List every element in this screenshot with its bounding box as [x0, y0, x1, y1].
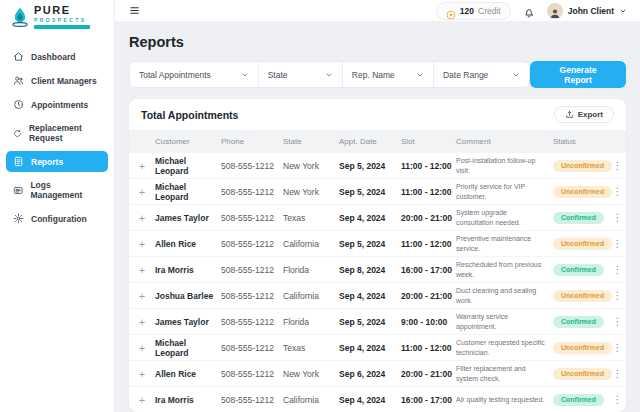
cell-state: New York: [283, 369, 339, 379]
export-button[interactable]: Export: [554, 106, 614, 123]
cell-phone: 508-555-1212: [221, 265, 283, 275]
table-body: + Michael Leopard 508-555-1212 New York …: [129, 152, 626, 412]
cell-state: Florida: [283, 317, 339, 327]
expand-row-icon[interactable]: +: [129, 368, 155, 380]
cell-phone: 508-555-1212: [221, 317, 283, 327]
status-badge: Confirmed: [553, 316, 604, 328]
cell-comment: Warranty service appointment.: [456, 312, 553, 330]
filter-row: Total AppointmentsStateRep. NameDate Ran…: [129, 61, 626, 88]
filter-dropdown-rep-name[interactable]: Rep. Name: [343, 62, 434, 87]
column-header-comment: Comment: [456, 137, 553, 146]
column-header-status: Status: [553, 137, 609, 146]
cell-customer: Ira Morris: [155, 265, 221, 275]
expand-row-icon[interactable]: +: [129, 316, 155, 328]
row-menu-icon[interactable]: ⋮: [609, 160, 626, 171]
sidebar-item-configuration[interactable]: Configuration: [6, 208, 108, 229]
sidebar-item-appointments[interactable]: Appointments: [6, 94, 108, 115]
cell-appt-date: Sep 4, 2024: [339, 395, 401, 405]
expand-row-icon[interactable]: +: [129, 290, 155, 302]
filter-bar: Total AppointmentsStateRep. NameDate Ran…: [129, 61, 530, 88]
refresh-icon: [13, 128, 22, 139]
row-menu-icon[interactable]: ⋮: [609, 368, 626, 379]
notifications-bell-icon[interactable]: [523, 5, 535, 17]
sidebar-item-logs-management[interactable]: Logs Management: [6, 175, 108, 205]
expand-row-icon[interactable]: +: [129, 186, 155, 198]
table-row: + Joshua Barlee 508-555-1212 California …: [129, 282, 626, 308]
clock-icon: [13, 99, 24, 110]
row-menu-icon[interactable]: ⋮: [609, 290, 626, 301]
status-badge: Unconfirmed: [553, 160, 612, 172]
cell-comment: Air quality testing requested.: [456, 395, 553, 404]
sidebar-item-client-managers[interactable]: Client Managers: [6, 70, 108, 91]
expand-row-icon[interactable]: +: [129, 238, 155, 250]
credit-badge[interactable]: 120 Credit: [436, 2, 511, 20]
row-menu-icon[interactable]: ⋮: [609, 186, 626, 197]
generate-report-button[interactable]: Generate Report: [530, 61, 626, 88]
row-menu-icon[interactable]: ⋮: [609, 238, 626, 249]
hamburger-menu-icon[interactable]: [128, 5, 141, 16]
cell-customer: Michael Leopard: [155, 182, 221, 202]
top-bar: 120 Credit John Client: [115, 0, 640, 22]
sidebar-item-replacement-request[interactable]: Replacement Request: [6, 118, 108, 148]
status-badge: Unconfirmed: [553, 342, 612, 354]
app-window: PURE PROSPECTS Dashboard Client Managers…: [0, 0, 640, 412]
coin-icon: [446, 6, 456, 16]
sidebar-item-label: Replacement Request: [29, 123, 101, 143]
expand-row-icon[interactable]: +: [129, 264, 155, 276]
sidebar: PURE PROSPECTS Dashboard Client Managers…: [0, 0, 115, 412]
column-header-slot: Slot: [401, 137, 456, 146]
cell-appt-date: Sep 4, 2024: [339, 343, 401, 353]
cell-slot: 11:00 - 12:00: [401, 187, 456, 197]
cell-phone: 508-555-1212: [221, 343, 283, 353]
column-header-state: State: [283, 137, 339, 146]
filter-dropdown-date-range[interactable]: Date Range: [434, 62, 529, 87]
expand-row-icon[interactable]: +: [129, 342, 155, 354]
row-menu-icon[interactable]: ⋮: [609, 394, 626, 405]
cell-slot: 9:00 - 10:00: [401, 317, 456, 327]
filter-dropdown-total-appointments[interactable]: Total Appointments: [130, 62, 259, 87]
brand-name: PURE: [34, 5, 90, 17]
credit-label: Credit: [478, 6, 501, 16]
cell-state: California: [283, 395, 339, 405]
cell-customer: Michael Leopard: [155, 338, 221, 358]
cell-appt-date: Sep 4, 2024: [339, 291, 401, 301]
expand-row-icon[interactable]: +: [129, 212, 155, 224]
sidebar-nav: Dashboard Client Managers Appointments R…: [0, 36, 114, 239]
row-menu-icon[interactable]: ⋮: [609, 264, 626, 275]
row-menu-icon[interactable]: ⋮: [609, 316, 626, 327]
filter-dropdown-state[interactable]: State: [259, 62, 343, 87]
expand-row-icon[interactable]: +: [129, 160, 155, 172]
column-header-appt-date: Appt. Date: [339, 137, 401, 146]
cell-phone: 508-555-1212: [221, 213, 283, 223]
chevron-down-icon: [619, 7, 627, 15]
sidebar-item-reports[interactable]: Reports: [6, 151, 108, 172]
brand-tagline-bar: [34, 25, 90, 29]
brand-logo: PURE PROSPECTS: [0, 0, 114, 36]
cell-appt-date: Sep 5, 2024: [339, 187, 401, 197]
cell-comment: Post-installation follow-up visit.: [456, 156, 553, 174]
table-header-row: CustomerPhoneStateAppt. DateSlotCommentS…: [129, 130, 626, 152]
cell-phone: 508-555-1212: [221, 187, 283, 197]
cell-state: New York: [283, 187, 339, 197]
main-content: Reports Total AppointmentsStateRep. Name…: [115, 22, 640, 412]
expand-row-icon[interactable]: +: [129, 394, 155, 406]
cell-phone: 508-555-1212: [221, 291, 283, 301]
chevron-down-icon: [416, 71, 424, 79]
users-icon: [13, 75, 24, 86]
card-title: Total Appointments: [141, 109, 238, 121]
row-menu-icon[interactable]: ⋮: [609, 212, 626, 223]
table-row: + Michael Leopard 508-555-1212 Texas Sep…: [129, 334, 626, 360]
cell-phone: 508-555-1212: [221, 369, 283, 379]
cell-comment: Duct cleaning and sealing work.: [456, 286, 553, 304]
cell-comment: System upgrade consultation needed.: [456, 208, 553, 226]
cell-slot: 20:00 - 21:00: [401, 369, 456, 379]
cell-customer: Allen Rice: [155, 239, 221, 249]
user-menu[interactable]: John Client: [547, 3, 627, 19]
cell-customer: Allen Rice: [155, 369, 221, 379]
sidebar-item-dashboard[interactable]: Dashboard: [6, 46, 108, 67]
cell-slot: 16:00 - 17:00: [401, 395, 456, 405]
cell-appt-date: Sep 4, 2024: [339, 213, 401, 223]
cell-state: Texas: [283, 213, 339, 223]
row-menu-icon[interactable]: ⋮: [609, 342, 626, 353]
cell-appt-date: Sep 5, 2024: [339, 239, 401, 249]
